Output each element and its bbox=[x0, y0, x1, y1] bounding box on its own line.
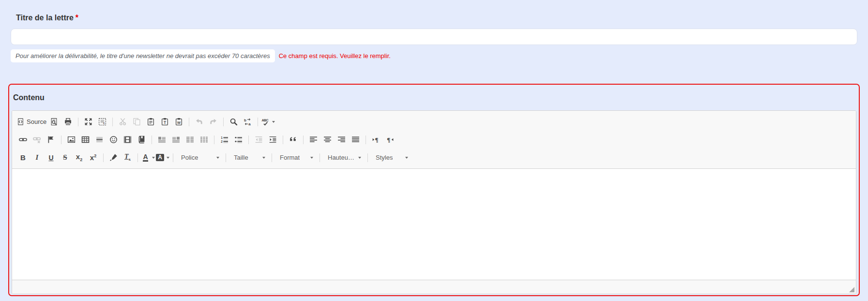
align-justify-icon bbox=[351, 135, 360, 144]
paste-text-button[interactable]: T bbox=[158, 116, 171, 128]
svg-text:2: 2 bbox=[221, 140, 223, 143]
font-combo-label: Police bbox=[181, 154, 198, 161]
numbered-list-button[interactable]: 12 bbox=[218, 134, 231, 146]
title-input[interactable] bbox=[11, 29, 857, 45]
styles-combo[interactable]: Styles bbox=[371, 151, 411, 164]
copy-icon bbox=[133, 118, 141, 126]
find-button[interactable] bbox=[227, 116, 240, 128]
superscript-button[interactable]: x2 bbox=[87, 151, 100, 164]
layout-image-right-icon bbox=[172, 135, 180, 144]
superscript-icon: x2 bbox=[89, 153, 97, 162]
image-button[interactable] bbox=[65, 134, 78, 146]
resize-handle[interactable] bbox=[849, 287, 854, 292]
strikethrough-icon: S bbox=[61, 153, 69, 162]
underline-button[interactable]: U bbox=[45, 151, 58, 164]
maximize-button[interactable] bbox=[82, 116, 95, 128]
background-color-icon: A bbox=[156, 153, 164, 162]
italic-button[interactable]: I bbox=[30, 151, 44, 164]
rich-text-editor: Source¶TWbaABC12¶¶BIUSx2x2TxAAPoliceTail… bbox=[12, 110, 856, 294]
source-button[interactable]: Source bbox=[16, 116, 46, 128]
redo-button bbox=[207, 116, 220, 128]
svg-text:b: b bbox=[244, 118, 246, 122]
bold-icon: B bbox=[19, 153, 27, 162]
strikethrough-button[interactable]: S bbox=[59, 151, 72, 164]
svg-text:W: W bbox=[177, 120, 181, 125]
toolbar-row: BIUSx2x2TxAAPoliceTailleFormatHauteur …S… bbox=[16, 149, 852, 166]
show-blocks-button[interactable]: ¶ bbox=[96, 116, 109, 128]
layout-two-columns-button[interactable] bbox=[183, 134, 197, 146]
toolbar-separator bbox=[272, 153, 272, 162]
table-icon bbox=[81, 135, 90, 144]
templates-button[interactable] bbox=[135, 134, 148, 146]
smiley-icon bbox=[109, 135, 118, 144]
toolbar-separator bbox=[248, 135, 249, 144]
chevron-down-icon bbox=[262, 157, 265, 159]
chevron-down-icon bbox=[358, 157, 361, 159]
chevron-down-icon bbox=[405, 157, 408, 159]
layout-image-left-icon bbox=[158, 135, 166, 144]
toolbar-row: 12¶¶ bbox=[16, 131, 852, 149]
align-right-button[interactable] bbox=[335, 134, 348, 146]
title-field-label-text: Titre de la lettre bbox=[16, 14, 74, 22]
editor-body[interactable] bbox=[12, 169, 856, 280]
maximize-icon bbox=[84, 118, 92, 126]
link-button[interactable] bbox=[16, 134, 30, 146]
anchor-button[interactable] bbox=[45, 134, 58, 146]
format-combo[interactable]: Format bbox=[275, 151, 317, 164]
replace-button[interactable]: ba bbox=[241, 116, 254, 128]
svg-text:¶: ¶ bbox=[375, 136, 378, 143]
indent-button[interactable] bbox=[266, 134, 279, 146]
font-combo[interactable]: Police bbox=[176, 151, 223, 164]
horizontal-rule-icon bbox=[95, 135, 104, 144]
remove-format-button[interactable]: Tx bbox=[121, 151, 134, 164]
toolbar-separator bbox=[365, 135, 366, 144]
preview-icon bbox=[50, 118, 58, 126]
copy-formatting-button[interactable] bbox=[107, 151, 120, 164]
preview-button[interactable] bbox=[47, 116, 61, 128]
bulleted-list-button[interactable] bbox=[232, 134, 245, 146]
subscript-button[interactable]: x2 bbox=[73, 151, 86, 164]
blockquote-button[interactable] bbox=[287, 134, 300, 146]
replace-icon: ba bbox=[244, 118, 252, 126]
link-icon bbox=[19, 135, 27, 144]
align-left-button[interactable] bbox=[307, 134, 320, 146]
svg-text:a: a bbox=[248, 122, 251, 126]
align-center-button[interactable] bbox=[321, 134, 334, 146]
text-color-button[interactable]: A bbox=[141, 151, 155, 164]
smiley-button[interactable] bbox=[107, 134, 120, 146]
paste-word-icon: W bbox=[175, 118, 183, 126]
layout-image-left-button[interactable] bbox=[155, 134, 168, 146]
copy-formatting-icon bbox=[109, 153, 118, 162]
anchor-icon bbox=[47, 135, 55, 144]
svg-text:T: T bbox=[164, 120, 167, 125]
editor-status-bar bbox=[12, 280, 856, 294]
align-right-icon bbox=[337, 135, 346, 144]
toolbar-separator bbox=[320, 153, 320, 162]
paste-word-button[interactable]: W bbox=[172, 116, 185, 128]
layout-three-columns-icon bbox=[200, 135, 208, 144]
direction-ltr-button[interactable]: ¶ bbox=[369, 134, 382, 146]
horizontal-rule-button[interactable] bbox=[93, 134, 106, 146]
find-icon bbox=[229, 118, 238, 126]
line-height-combo[interactable]: Hauteur … bbox=[323, 151, 365, 164]
layout-image-right-button[interactable] bbox=[169, 134, 183, 146]
table-button[interactable] bbox=[79, 134, 92, 146]
toolbar-separator bbox=[258, 118, 258, 126]
spellcheck-button[interactable]: ABC bbox=[261, 116, 275, 128]
media-button[interactable] bbox=[121, 134, 134, 146]
content-section-title: Contenu bbox=[9, 85, 859, 102]
bold-button[interactable]: B bbox=[16, 151, 30, 164]
media-icon bbox=[123, 135, 132, 144]
unlink-icon bbox=[33, 135, 41, 144]
align-justify-button[interactable] bbox=[349, 134, 362, 146]
book-icon bbox=[137, 135, 146, 144]
size-combo[interactable]: Taille bbox=[229, 151, 269, 164]
layout-three-columns-button[interactable] bbox=[198, 134, 211, 146]
italic-icon: I bbox=[33, 153, 41, 162]
direction-rtl-button[interactable]: ¶ bbox=[383, 134, 396, 146]
line-height-combo-label: Hauteur … bbox=[328, 154, 356, 161]
toolbar-separator bbox=[103, 153, 104, 162]
background-color-button[interactable]: A bbox=[156, 151, 169, 164]
paste-button[interactable] bbox=[144, 116, 157, 128]
print-button[interactable] bbox=[61, 116, 75, 128]
